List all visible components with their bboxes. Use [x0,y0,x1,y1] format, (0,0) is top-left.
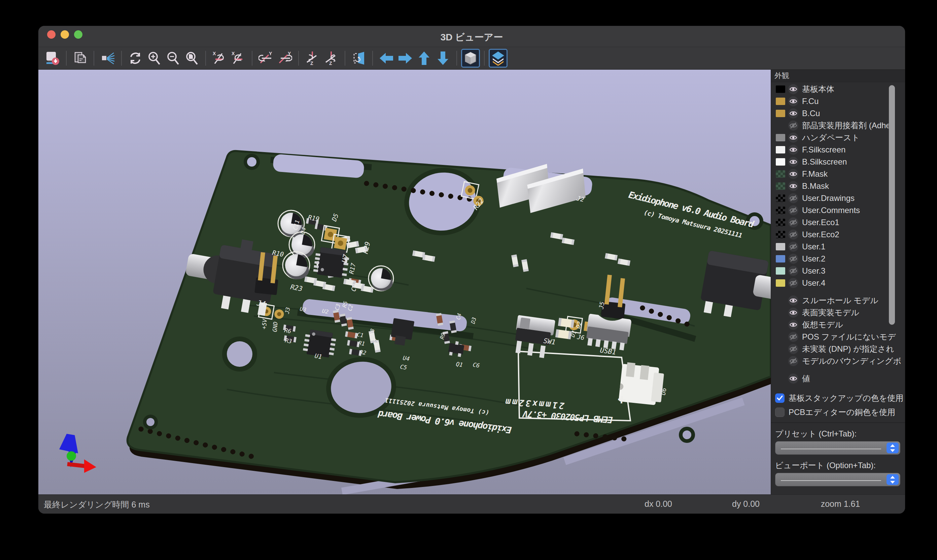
layer-row-User.Comments[interactable]: User.Comments [771,204,905,216]
eye-hidden-icon[interactable] [788,254,799,264]
3d-viewport[interactable]: Exidiophone v6.0 Audio Board (c) Tomoya … [38,70,771,495]
rotate-x-cw-button[interactable]: X [210,49,229,68]
layer-color-swatch[interactable] [776,219,785,226]
layer-color-swatch[interactable] [776,98,785,105]
eye-visible-icon[interactable] [788,374,799,384]
layer-row-B.Cu[interactable]: B.Cu [771,107,905,120]
eye-visible-icon[interactable] [788,145,799,155]
layer-color-swatch[interactable] [776,110,785,117]
stackup-colors-row[interactable]: 基板スタックアップの色を使用 [775,393,903,403]
layer-row-User.4[interactable]: User.4 [771,277,905,289]
panel-scrollbar[interactable] [889,85,895,385]
layer-color-swatch[interactable] [776,182,785,190]
pan-left-button[interactable] [377,49,396,68]
layer-row-User.2[interactable]: User.2 [771,253,905,265]
model-label: 仮想モデル [802,319,843,330]
export-image-button[interactable] [43,49,62,68]
layer-color-swatch[interactable] [776,243,785,251]
layer-color-swatch[interactable] [776,86,785,93]
eye-hidden-icon[interactable] [788,278,799,288]
layer-color-swatch[interactable] [776,134,785,142]
model-row-POS ファイルにないモデ[interactable]: POS ファイルにないモデ [771,331,905,343]
eye-hidden-icon[interactable] [788,217,799,228]
model-row-未実装 (DNP) が指定され[interactable]: 未実装 (DNP) が指定され [771,343,905,355]
pan-up-button[interactable] [415,49,434,68]
eye-visible-icon[interactable] [788,132,799,143]
eye-visible-icon[interactable] [788,84,799,94]
preset-stepper-icon[interactable] [886,443,899,453]
layer-color-swatch[interactable] [776,194,785,202]
eye-visible-icon[interactable] [788,295,799,306]
eye-hidden-icon[interactable] [788,332,799,342]
eye-hidden-icon[interactable] [788,266,799,276]
render-raytracing-button[interactable] [98,49,117,68]
pan-down-button[interactable] [434,49,452,68]
eye-visible-icon[interactable] [788,157,799,167]
flip-board-button[interactable] [349,49,368,68]
layer-color-swatch[interactable] [776,170,785,178]
scrollbar-thumb[interactable] [889,85,895,325]
rotate-x-ccw-button[interactable]: X [229,49,248,68]
layer-row-ハンダペースト[interactable]: ハンダペースト [771,132,905,144]
pan-right-button[interactable] [396,49,415,68]
appearance-panel-toggle[interactable] [489,49,508,68]
layer-color-swatch[interactable] [776,255,785,263]
eye-hidden-icon[interactable] [788,344,799,354]
viewport-dropdown[interactable] [775,473,900,486]
layer-color-swatch[interactable] [776,158,785,166]
title-bar[interactable]: 3D ビューアー [38,26,905,47]
layer-row-User.1[interactable]: User.1 [771,241,905,253]
stackup-colors-checkbox[interactable] [775,394,785,403]
eye-hidden-icon[interactable] [788,120,799,131]
rotate-y-cw-button[interactable]: Y [257,49,275,68]
eye-visible-icon[interactable] [788,320,799,330]
rotate-z-ccw-button[interactable]: Z [322,49,341,68]
rotate-y-ccw-button[interactable]: Y [275,49,294,68]
layer-row-F.Cu[interactable]: F.Cu [771,95,905,107]
eye-hidden-icon[interactable] [788,356,799,366]
eye-visible-icon[interactable] [788,181,799,191]
toolbar-separator [66,51,67,66]
copy-image-button[interactable] [71,49,89,68]
copper-colors-checkbox[interactable] [775,408,785,417]
viewport-stepper-icon[interactable] [886,474,899,485]
layer-row-部品実装用接着剤 (Adhes[interactable]: 部品実装用接着剤 (Adhes [771,120,905,132]
orthographic-projection-toggle[interactable] [461,49,480,68]
layer-color-swatch[interactable] [776,279,785,287]
layer-row-F.Silkscreen[interactable]: F.Silkscreen [771,144,905,156]
eye-hidden-icon[interactable] [788,242,799,252]
layer-row-基板本体[interactable]: 基板本体 [771,83,905,95]
layer-row-F.Mask[interactable]: F.Mask [771,168,905,180]
zoom-in-button[interactable] [145,49,163,68]
preset-dropdown-value [781,449,881,449]
layer-row-User.Drawings[interactable]: User.Drawings [771,192,905,204]
preset-dropdown[interactable] [775,441,900,455]
eye-visible-icon[interactable] [788,96,799,106]
layer-row-User.3[interactable]: User.3 [771,265,905,277]
copper-colors-row[interactable]: PCBエディターの銅色を使用 [775,407,895,418]
value-row-値[interactable]: 値 [771,372,905,385]
eye-visible-icon[interactable] [788,108,799,118]
zoom-out-button[interactable] [163,49,182,68]
model-row-表面実装モデル[interactable]: 表面実装モデル [771,306,905,319]
zoom-fit-button[interactable] [182,49,201,68]
toolbar-separator [456,51,457,66]
redraw-button[interactable] [126,49,145,68]
model-row-仮想モデル[interactable]: 仮想モデル [771,319,905,331]
layer-row-User.Eco2[interactable]: User.Eco2 [771,229,905,241]
model-row-モデルのバウンディングボ[interactable]: モデルのバウンディングボ [771,355,905,367]
layer-color-swatch[interactable] [776,207,785,214]
eye-hidden-icon[interactable] [788,229,799,240]
layer-row-B.Silkscreen[interactable]: B.Silkscreen [771,156,905,168]
eye-visible-icon[interactable] [788,169,799,179]
layer-color-swatch[interactable] [776,267,785,275]
layer-row-B.Mask[interactable]: B.Mask [771,180,905,192]
eye-hidden-icon[interactable] [788,193,799,203]
layer-color-swatch[interactable] [776,146,785,154]
eye-hidden-icon[interactable] [788,205,799,215]
layer-color-swatch[interactable] [776,231,785,238]
eye-visible-icon[interactable] [788,308,799,318]
model-row-スルーホール モデル[interactable]: スルーホール モデル [771,294,905,306]
layer-row-User.Eco1[interactable]: User.Eco1 [771,216,905,229]
rotate-z-cw-button[interactable]: Z [303,49,322,68]
